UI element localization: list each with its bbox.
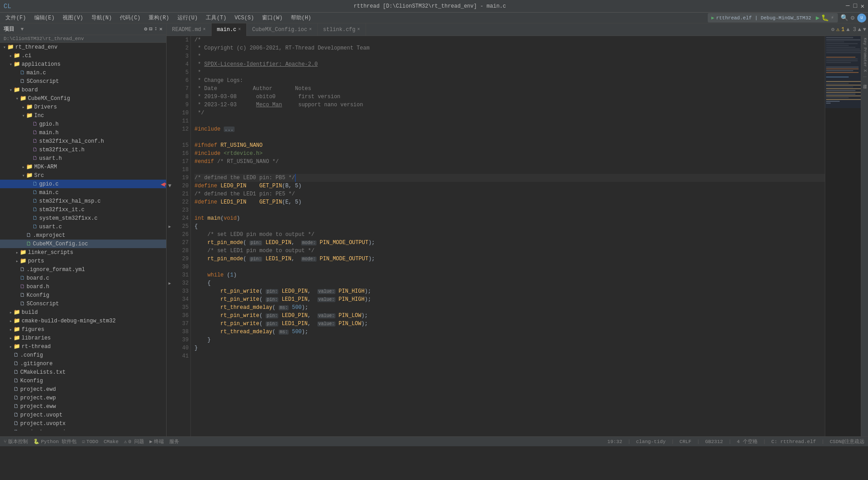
editor-tools-icon[interactable]: ⚙ (831, 26, 834, 33)
tree-item-project-ewd[interactable]: 🗋 project.ewd (0, 385, 166, 394)
settings-button[interactable]: ⚙ (851, 14, 854, 22)
tree-item-gpio-h[interactable]: 🗋 gpio.h (0, 120, 166, 128)
tree-item-project-ewp[interactable]: 🗋 project.ewp (0, 394, 166, 402)
status-todo[interactable]: ☑ TODO (82, 439, 98, 444)
tree-item-main-c2[interactable]: 🗋 main.c (0, 188, 166, 197)
editor-nav-down[interactable]: ▼ (863, 27, 866, 33)
fold-line-31[interactable]: ▶ (167, 279, 173, 287)
tree-item-mxproject[interactable]: 🗋 .mxproject (0, 231, 166, 240)
debug-button[interactable]: 🐛 (821, 14, 829, 22)
tree-item-stm32-it-h[interactable]: 🗋 stm32f1xx_it.h (0, 145, 166, 154)
tree-item-config[interactable]: 🗋 .config (0, 351, 166, 359)
tree-item-gitignore[interactable]: 🗋 .gitignore (0, 359, 166, 368)
menu-window[interactable]: 窗口(W) (258, 13, 286, 23)
tree-item-usart-h[interactable]: 🗋 usart.h (0, 154, 166, 163)
sidebar-layout-icon[interactable]: ⊟ (149, 26, 152, 32)
run-button[interactable]: ▶ (816, 14, 819, 22)
tree-item-project-uvopt[interactable]: 🗋 project.uvopt (0, 411, 166, 419)
tree-item-applications[interactable]: ▾ 📁 applications (0, 60, 166, 68)
tree-item-cmakelists[interactable]: 🗋 CMakeLists.txt (0, 368, 166, 376)
tree-item-ports[interactable]: ▸ 📁 ports (0, 257, 166, 265)
status-indent[interactable]: 4 个空格 (737, 438, 758, 445)
tree-item-usart-c[interactable]: 🗋 usart.c (0, 222, 166, 231)
menu-help[interactable]: 帮助(H) (287, 13, 315, 23)
code-content[interactable]: /* * Copyright (c) 2006-2021, RT-Thread … (191, 36, 825, 436)
user-avatar[interactable]: U (857, 14, 866, 23)
tree-item-board-c[interactable]: 🗋 board.c (0, 274, 166, 282)
tree-item-project-eww[interactable]: 🗋 project.eww (0, 402, 166, 411)
tree-item-rt-thread[interactable]: ▸ 📁 rt-thread (0, 342, 166, 351)
tree-item-drivers[interactable]: ▸ 📁 Drivers (0, 103, 166, 111)
tree-item-ignore-format[interactable]: 🗋 .ignore_format.yml (0, 265, 166, 274)
right-sidebar-promoter[interactable]: Key Promoter X (863, 38, 867, 72)
tree-item-inc[interactable]: ▾ 📁 Inc (0, 111, 166, 120)
tab-readme-close[interactable]: × (203, 27, 206, 32)
menu-nav[interactable]: 导航(N) (88, 13, 116, 23)
status-services[interactable]: 服务 (169, 438, 179, 445)
maximize-button[interactable]: □ (853, 2, 857, 10)
editor-nav-up[interactable]: ▲ (858, 27, 861, 33)
tree-item-root[interactable]: ▾ 📁 rt_thread_env (0, 43, 166, 51)
tree-item-libraries[interactable]: ▸ 📁 libraries (0, 334, 166, 342)
tree-item-stm32-hal-msp-c[interactable]: 🗋 stm32f1xx_hal_msp.c (0, 197, 166, 205)
profile-button[interactable]: ⚡ (831, 14, 834, 21)
tree-item-board-h[interactable]: 🗋 board.h (0, 282, 166, 291)
tree-item-board[interactable]: ▾ 📁 board (0, 86, 166, 94)
tree-item-system-stm32-c[interactable]: 🗋 system_stm32f1xx.c (0, 214, 166, 222)
tree-item-kconfig2[interactable]: 🗋 Kconfig (0, 376, 166, 385)
status-terminal[interactable]: ▶ 终端 (149, 438, 164, 445)
tab-main-c[interactable]: main.c × (212, 23, 247, 36)
close-button[interactable]: ✕ (861, 2, 864, 10)
window-controls[interactable]: ─ □ ✕ (846, 2, 864, 10)
tab-cubemx-ioc-close[interactable]: × (309, 27, 312, 32)
tree-item-project-uvproj[interactable]: 🗋 project.uvproj (0, 428, 166, 430)
tab-stlink-close[interactable]: × (357, 27, 360, 32)
tab-cubemx-ioc[interactable]: CubeMX_Config.ioc × (247, 23, 317, 36)
status-encoding[interactable]: GB2312 (705, 439, 723, 444)
status-problems[interactable]: ⚠ 0 问题 (124, 438, 144, 445)
fold-line-19[interactable]: ▼ (167, 182, 173, 190)
tree-item-stm32-hal-conf-h[interactable]: 🗋 stm32f1xx_hal_conf.h (0, 137, 166, 145)
tree-item-kconfig-board[interactable]: 🗋 Kconfig (0, 291, 166, 299)
tree-item-main-c[interactable]: 🗋 main.c (0, 68, 166, 77)
minimize-button[interactable]: ─ (846, 2, 850, 10)
code-editor[interactable]: ▼ ▶ ▶ 1 2 3 (167, 36, 868, 436)
menu-view[interactable]: 视图(V) (59, 13, 87, 23)
menu-file[interactable]: 文件(F) (2, 13, 30, 23)
tree-item-src[interactable]: ▾ 📁 Src (0, 171, 166, 180)
status-git[interactable]: ⑂ 版本控制 (4, 438, 28, 445)
menu-refactor[interactable]: 重构(R) (145, 13, 173, 23)
tree-item-cubemx-config[interactable]: ▾ 📁 CubeMX_Config (0, 94, 166, 103)
tab-main-c-close[interactable]: × (238, 27, 241, 32)
status-cmake[interactable]: CMake (104, 439, 118, 444)
menu-vcs[interactable]: VCS(S) (231, 14, 258, 22)
fold-line-24[interactable]: ▶ (167, 222, 173, 231)
sidebar-settings-icon[interactable]: ⚙ (144, 26, 147, 32)
sidebar-sort-icon[interactable]: ↕ (154, 26, 158, 32)
tree-item-sconscript2[interactable]: 🗋 SConscript (0, 299, 166, 308)
tree-item-stm32-it-c[interactable]: 🗋 stm32f1xx_it.c (0, 205, 166, 214)
tree-item-build[interactable]: ▸ 📁 build (0, 308, 166, 317)
menu-tools[interactable]: 工具(T) (202, 13, 230, 23)
menu-code[interactable]: 代码(C) (116, 13, 144, 23)
tree-item-sconscript1[interactable]: 🗋 SConscript (0, 77, 166, 86)
status-crlf[interactable]: CRLF (679, 439, 691, 444)
status-python[interactable]: 🐍 Python 软件包 (33, 438, 77, 445)
tree-item-gpio-c[interactable]: 🗋 gpio.c ◀━━━━━━━━━━━━━━━━━━━━━ (0, 180, 166, 188)
run-configuration[interactable]: ▶ rtthread.elf | Debug-MinGW_STM32 ▶ 🐛 ⚡ (708, 13, 838, 23)
search-everywhere-button[interactable]: 🔍 (841, 14, 848, 22)
tree-item-main-h[interactable]: 🗋 main.h (0, 128, 166, 137)
tree-item-ci[interactable]: ▸ 📁 .ci (0, 51, 166, 60)
tree-item-figures[interactable]: ▸ 📁 figures (0, 325, 166, 334)
tree-item-mdk-arm[interactable]: ▸ 📁 MDK-ARM (0, 163, 166, 171)
tab-readme[interactable]: README.md × (167, 23, 212, 36)
tree-item-cubemx-ioc[interactable]: 🗋 CubeMX_Config.ioc (0, 240, 166, 248)
sidebar-close-icon[interactable]: ✕ (159, 26, 163, 32)
tab-stlink[interactable]: stlink.cfg × (318, 23, 366, 36)
menu-run[interactable]: 运行(U) (174, 13, 202, 23)
menu-edit[interactable]: 编辑(E) (31, 13, 59, 23)
tree-item-project-uvoptx[interactable]: 🗋 project.uvoptx (0, 419, 166, 428)
tree-item-cmake-build[interactable]: ▸ 📁 cmake-build-debug-mingw_stm32 (0, 317, 166, 325)
tree-item-linker-scripts[interactable]: ▸ 📁 linker_scripts (0, 248, 166, 257)
code-line-41 (194, 352, 825, 360)
